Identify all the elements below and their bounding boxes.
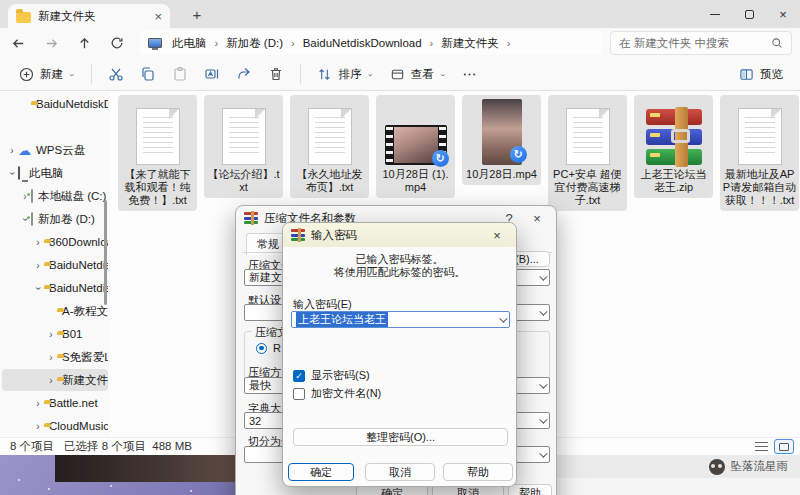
file-tile[interactable]: 【永久地址发布页】.txt	[290, 95, 369, 198]
file-tile[interactable]: ↻10月28日.mp4	[462, 95, 541, 185]
drive-icon	[31, 190, 33, 202]
maximize-button[interactable]	[732, 0, 766, 28]
chevron-icon[interactable]: ›	[33, 282, 44, 294]
sidebar-item-baidunetdis[interactable]: ›BaiduNetdis	[2, 254, 108, 276]
password-info-line2: 将使用匹配此标签的密码。	[283, 265, 516, 280]
arrow-left-icon	[11, 36, 26, 51]
dialog-close-button[interactable]: ×	[526, 211, 548, 226]
chevron-down-icon: ⌄	[68, 70, 76, 78]
breadcrumb-item[interactable]: 此电脑	[168, 34, 211, 53]
file-tile[interactable]: ↻10月28日 (1).mp4	[376, 95, 455, 198]
password-help-button[interactable]: 帮助	[443, 463, 513, 481]
view-button[interactable]: 查看 ⌄	[381, 60, 454, 88]
cut-button[interactable]	[100, 60, 132, 88]
sidebar-item-baidunetdiskd[interactable]: BaiduNetdiskD	[2, 93, 108, 115]
chevron-icon[interactable]: ›	[20, 213, 31, 225]
sidebar-item-a-教程文件[interactable]: A-教程文件	[2, 300, 108, 322]
chevron-icon[interactable]: ›	[32, 398, 44, 409]
chevron-down-icon	[539, 272, 547, 280]
breadcrumb-item[interactable]: 新建文件夹	[437, 34, 503, 53]
preview-button[interactable]: 预览	[730, 60, 790, 88]
show-password-checkbox[interactable]: ✓ 显示密码(S)	[293, 368, 370, 383]
paste-button[interactable]	[164, 60, 196, 88]
refresh-button[interactable]	[102, 30, 132, 56]
chevron-icon[interactable]: ›	[45, 352, 57, 363]
command-bar: 新建 ⌄	[0, 58, 800, 91]
up-button[interactable]	[69, 30, 99, 56]
tab-close-icon[interactable]: ×	[154, 10, 162, 23]
file-tile[interactable]: 最新地址及APP请发邮箱自动获取！！！.txt	[720, 95, 799, 211]
chevron-icon[interactable]: ›	[45, 329, 57, 340]
explorer-tab[interactable]: 新建文件夹 ×	[8, 4, 170, 28]
sidebar-item-新建文件夹[interactable]: ›新建文件夹	[2, 369, 108, 391]
sidebar-item-label: BaiduNetdiskD	[36, 98, 108, 110]
password-cancel-button[interactable]: 取消	[365, 463, 435, 481]
sidebar-item-label: Battle.net	[49, 397, 98, 409]
copy-button[interactable]	[132, 60, 164, 88]
dialog-close-button[interactable]: ×	[486, 228, 508, 243]
details-view-icon[interactable]	[755, 442, 768, 451]
chevron-icon[interactable]: ›	[45, 375, 57, 386]
sidebar-scrollbar[interactable]	[104, 200, 107, 305]
file-tile[interactable]: 上老王论坛当老王.zip	[634, 95, 713, 198]
chevron-icon[interactable]: ›	[32, 260, 44, 271]
sidebar-item-360downloa[interactable]: ›360Downloa	[2, 231, 108, 253]
password-dialog-titlebar[interactable]: 输入密码 ×	[283, 223, 516, 247]
sidebar-item-s免酱爱lou[interactable]: ›S免酱爱LOU	[2, 346, 108, 368]
winrar-icon	[244, 212, 258, 224]
sidebar-item-battle-net[interactable]: ›Battle.net	[2, 392, 108, 414]
back-button[interactable]	[3, 30, 33, 56]
breadcrumb-item[interactable]: BaiduNetdiskDownload	[299, 35, 426, 51]
forward-button[interactable]	[36, 30, 66, 56]
sort-button[interactable]: 排序 ⌄	[309, 60, 382, 88]
winrar-archive-icon	[646, 109, 702, 165]
breadcrumb[interactable]: 此电脑›新加卷 (D:)›BaiduNetdiskDownload›新建文件夹›	[140, 31, 602, 55]
delete-button[interactable]	[260, 60, 292, 88]
minimize-button[interactable]	[698, 0, 732, 28]
file-tile[interactable]: PC+安卓 超便宜付费高速梯子.txt	[548, 95, 627, 211]
file-tile[interactable]: 【论坛介绍】.txt	[204, 95, 283, 198]
search-box[interactable]	[610, 31, 792, 55]
text-file-icon	[308, 108, 352, 165]
copy-icon	[139, 65, 157, 83]
chevron-icon[interactable]: ›	[32, 237, 44, 248]
sidebar-item-label: S免酱爱LOU	[62, 350, 108, 365]
chevron-icon[interactable]: ›	[7, 167, 18, 179]
sidebar-item-wps云盘[interactable]: ›☁WPS云盘	[2, 139, 108, 161]
file-name-label: 【来了就能下载和观看！纯免费！】.txt	[120, 168, 195, 207]
close-button[interactable]: ×	[766, 0, 800, 28]
more-button[interactable]	[454, 60, 486, 88]
sidebar-item-新加卷-d-[interactable]: ›新加卷 (D:)	[2, 208, 108, 230]
sidebar-item-本地磁盘-c-[interactable]: ›本地磁盘 (C:)	[2, 185, 108, 207]
breadcrumb-item[interactable]: 新加卷 (D:)	[222, 34, 287, 53]
screen: 新建文件夹 × + × 此电脑›新加卷 (D:)›BaiduNetdiskDow…	[0, 0, 800, 495]
rename-button[interactable]	[196, 60, 228, 88]
archive-help-button[interactable]: 帮助	[508, 484, 552, 495]
chevron-down-icon	[539, 415, 547, 423]
sidebar-item-label: BaiduNetdis	[49, 282, 108, 294]
sidebar-item-baidunetdis[interactable]: ›BaiduNetdis	[2, 277, 108, 299]
encrypt-names-checkbox[interactable]: 加密文件名(N)	[293, 386, 381, 401]
chevron-icon[interactable]: ›	[6, 145, 18, 156]
large-icons-view-toggle[interactable]	[774, 439, 794, 454]
sidebar-item-cloudmusic[interactable]: ›CloudMusic	[2, 415, 108, 437]
new-tab-button[interactable]: +	[186, 3, 208, 25]
chevron-icon[interactable]: ›	[32, 421, 44, 432]
file-icon-box	[308, 97, 352, 165]
file-icon-box	[738, 97, 782, 165]
text-file-icon	[136, 108, 180, 165]
password-combo[interactable]: 上老王论坛当老王	[291, 311, 510, 328]
search-input[interactable]	[619, 37, 771, 49]
sidebar-item-b01[interactable]: ›B01	[2, 323, 108, 345]
sidebar-item-此电脑[interactable]: ›此电脑	[2, 162, 108, 184]
organize-passwords-button[interactable]: 整理密码(O)...	[293, 428, 508, 446]
preview-pane-icon	[737, 65, 755, 83]
new-button[interactable]: 新建 ⌄	[10, 60, 83, 88]
user-avatar[interactable]	[709, 459, 725, 475]
chevron-icon[interactable]: ›	[19, 191, 31, 202]
file-tile[interactable]: 【来了就能下载和观看！纯免费！】.txt	[118, 95, 197, 211]
sidebar-item-label: 此电脑	[29, 166, 64, 181]
share-button[interactable]	[228, 60, 260, 88]
rar-format-radio[interactable]: R	[256, 342, 281, 354]
password-ok-button[interactable]: 确定	[288, 463, 354, 481]
